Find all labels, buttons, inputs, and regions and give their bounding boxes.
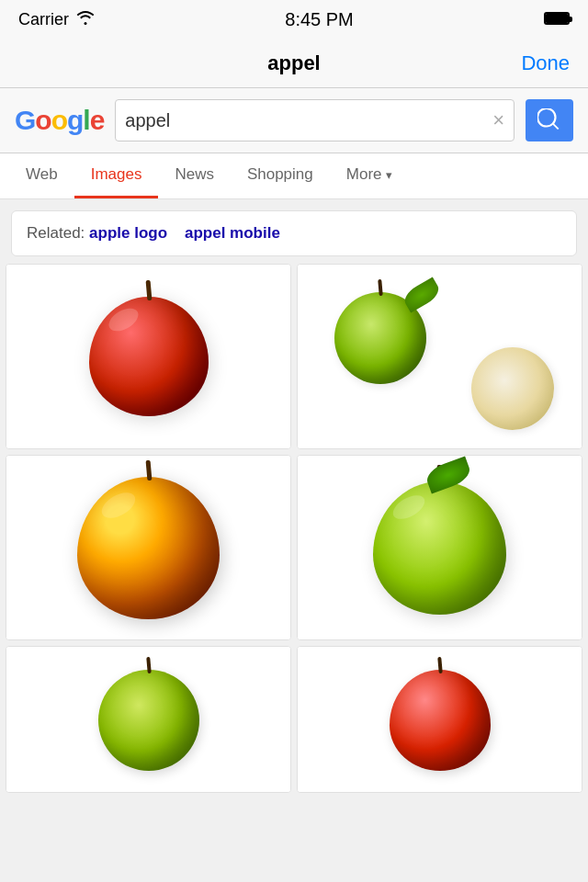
- green-apple-slice: [471, 347, 554, 430]
- red-apple-shape: [89, 297, 209, 416]
- status-left: Carrier: [18, 10, 95, 29]
- done-button[interactable]: Done: [521, 51, 570, 75]
- tab-news[interactable]: News: [158, 153, 231, 198]
- yellow-red-apple-shape: [77, 477, 220, 619]
- wifi-icon: [76, 10, 95, 29]
- image-cell-1[interactable]: [6, 264, 291, 449]
- status-time: 8:45 PM: [285, 9, 353, 30]
- nav-bar: appel Done: [0, 39, 588, 88]
- clear-icon[interactable]: ×: [492, 108, 504, 132]
- battery-indicator: [544, 10, 570, 29]
- related-link-apple-logo[interactable]: apple logo: [89, 224, 167, 242]
- image-cell-2[interactable]: [297, 264, 582, 449]
- tab-images[interactable]: Images: [74, 153, 159, 198]
- apple-leaf-4: [424, 456, 473, 493]
- related-bar: Related: apple logo appel mobile: [11, 210, 577, 256]
- apple-image-4: [298, 456, 582, 639]
- image-cell-6[interactable]: [297, 646, 582, 793]
- green-apple-leaf-shape: [373, 481, 506, 615]
- google-logo: Google: [15, 105, 104, 136]
- image-cell-5[interactable]: [6, 646, 291, 793]
- nav-title: appel: [267, 51, 320, 75]
- apple-image-1: [6, 265, 290, 448]
- small-red-apple-shape: [390, 670, 491, 771]
- tab-more[interactable]: More ▾: [330, 153, 409, 198]
- image-cell-3[interactable]: [6, 455, 291, 640]
- tab-shopping[interactable]: Shopping: [231, 153, 330, 198]
- tabs: Web Images News Shopping More ▾: [0, 153, 588, 199]
- apple-image-2: [298, 265, 582, 448]
- related-prefix: Related:: [27, 224, 85, 242]
- search-query: appel: [125, 110, 492, 131]
- apple-image-5: [6, 647, 290, 793]
- chevron-down-icon: ▾: [386, 168, 392, 182]
- search-input-wrap[interactable]: appel ×: [115, 99, 514, 141]
- related-link-appel-mobile[interactable]: appel mobile: [185, 224, 280, 242]
- tab-web[interactable]: Web: [9, 153, 74, 198]
- apple-leaf: [401, 277, 443, 312]
- search-icon: [537, 108, 561, 132]
- image-cell-4[interactable]: [297, 455, 582, 640]
- status-bar: Carrier 8:45 PM: [0, 0, 588, 39]
- apple-image-3: [6, 456, 290, 639]
- carrier-label: Carrier: [18, 10, 69, 29]
- apple-image-6: [298, 647, 582, 793]
- search-bar: Google appel ×: [0, 88, 588, 153]
- image-grid: [0, 264, 588, 798]
- small-green-apple-shape: [98, 670, 199, 771]
- search-button[interactable]: [526, 99, 573, 141]
